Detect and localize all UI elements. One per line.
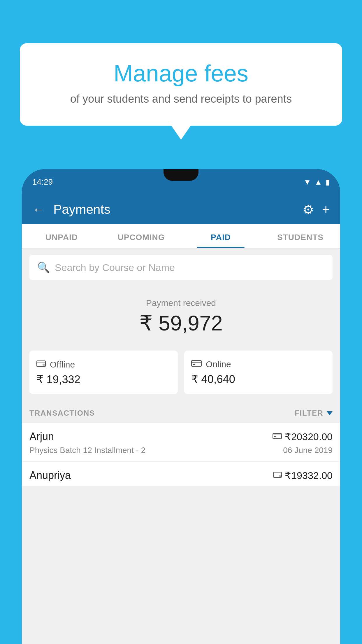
tab-bar: UNPAID UPCOMING PAID STUDENTS <box>22 224 340 249</box>
search-bar[interactable]: 🔍 Search by Course or Name <box>29 255 333 280</box>
svg-rect-5 <box>193 364 195 365</box>
transaction-row-partial: Anupriya ₹19332.00 <box>22 462 340 486</box>
transaction-row: Arjun ₹20320.00 Physics Batch 1 <box>22 423 340 462</box>
transaction-amount-2: ₹19332.00 <box>285 470 333 481</box>
transaction-course: Physics Batch 12 Installment - 2 <box>29 446 145 455</box>
transaction-amount-wrap: ₹20320.00 <box>273 431 333 442</box>
settings-button[interactable]: ⚙ <box>303 202 314 217</box>
offline-label: Offline <box>50 360 75 370</box>
transaction-date: 06 June 2019 <box>283 446 333 455</box>
transactions-header: TRANSACTIONS FILTER <box>22 403 340 423</box>
transaction-amount-wrap-2: ₹19332.00 <box>273 470 333 481</box>
transaction-name: Arjun <box>29 430 54 443</box>
tab-upcoming[interactable]: UPCOMING <box>101 224 181 248</box>
payment-offline-icon-2 <box>273 471 282 480</box>
bubble-subtitle: of your students and send receipts to pa… <box>34 93 328 105</box>
payment-cards-row: Offline ₹ 19,332 <box>22 344 340 403</box>
offline-card: Offline ₹ 19,332 <box>29 351 178 394</box>
app-bar-actions: ⚙ + <box>303 202 330 217</box>
app-bar: ← Payments ⚙ + <box>22 195 340 224</box>
tab-students[interactable]: STUDENTS <box>261 224 340 248</box>
online-card: Online ₹ 40,640 <box>184 351 333 394</box>
notch <box>164 169 198 181</box>
page-title: Payments <box>53 202 294 217</box>
search-icon: 🔍 <box>37 261 50 274</box>
status-icons: ▼ ▲ ▮ <box>304 178 330 187</box>
signal-icon: ▲ <box>314 178 322 187</box>
svg-rect-3 <box>191 360 201 366</box>
status-bar: 14:29 ▼ ▲ ▮ <box>22 169 340 195</box>
transaction-name-2: Anupriya <box>29 469 71 482</box>
offline-card-header: Offline <box>36 359 171 370</box>
payment-received-label: Payment received <box>22 298 340 308</box>
add-button[interactable]: + <box>322 202 330 217</box>
transactions-label: TRANSACTIONS <box>29 409 95 418</box>
transaction-top: Arjun ₹20320.00 <box>29 430 333 443</box>
offline-amount: ₹ 19,332 <box>36 373 171 386</box>
filter-text: FILTER <box>295 409 323 418</box>
svg-rect-8 <box>274 436 276 437</box>
background: Manage fees of your students and send re… <box>0 0 362 644</box>
status-time: 14:29 <box>32 177 53 187</box>
online-label: Online <box>206 359 231 369</box>
transaction-top-partial: Anupriya ₹19332.00 <box>29 469 333 482</box>
back-button[interactable]: ← <box>32 202 45 217</box>
tab-unpaid[interactable]: UNPAID <box>22 224 101 248</box>
online-card-header: Online <box>191 359 326 369</box>
search-input[interactable]: Search by Course or Name <box>55 262 175 273</box>
transaction-bottom: Physics Batch 12 Installment - 2 06 June… <box>29 446 333 455</box>
payment-card-icon <box>273 432 282 441</box>
offline-icon <box>36 359 46 370</box>
phone-frame: 14:29 ▼ ▲ ▮ ← Payments ⚙ + UNPAID UPCOMI… <box>22 169 340 644</box>
online-amount: ₹ 40,640 <box>191 373 326 386</box>
online-icon <box>191 359 202 369</box>
tab-paid[interactable]: PAID <box>181 224 261 248</box>
payment-received-amount: ₹ 59,972 <box>22 311 340 335</box>
phone-content: 🔍 Search by Course or Name Payment recei… <box>22 249 340 644</box>
battery-icon: ▮ <box>326 178 330 187</box>
bubble-title: Manage fees <box>34 61 328 86</box>
filter-icon <box>327 411 333 415</box>
speech-bubble: Manage fees of your students and send re… <box>20 43 342 126</box>
payment-received-section: Payment received ₹ 59,972 <box>22 286 340 344</box>
wifi-icon: ▼ <box>304 178 311 187</box>
filter-button[interactable]: FILTER <box>295 409 333 418</box>
transaction-amount: ₹20320.00 <box>285 431 333 442</box>
